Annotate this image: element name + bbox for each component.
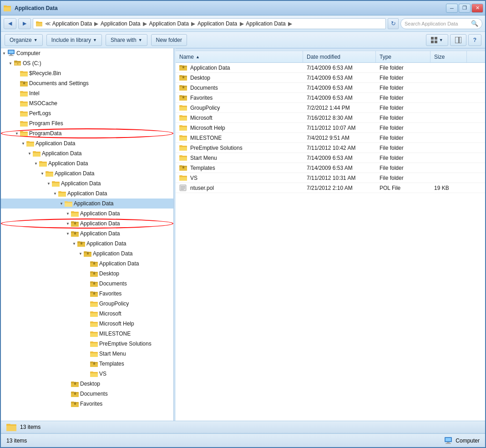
forward-button[interactable]: ▶ (18, 18, 31, 29)
tree-expand-icon[interactable] (84, 331, 90, 337)
tree-item[interactable]: ▼ Application Data (1, 188, 173, 199)
tree-expand-icon[interactable]: ▼ (20, 140, 26, 147)
tree-item[interactable]: Desktop (1, 269, 173, 279)
file-row[interactable]: Desktop7/14/2009 6:53 AMFile folder (176, 73, 485, 83)
tree-expand-icon[interactable] (84, 371, 90, 377)
tree-expand-icon[interactable] (84, 270, 90, 277)
tree-item[interactable]: MSOCache (1, 98, 173, 108)
tree-expand-icon[interactable]: ▼ (7, 60, 14, 66)
close-button[interactable]: ✕ (471, 4, 483, 13)
tree-expand-icon[interactable] (14, 110, 20, 117)
tree-item[interactable]: Microsoft (1, 309, 173, 319)
tree-expand-icon[interactable]: ▼ (52, 190, 58, 197)
tree-item[interactable]: VS (1, 369, 173, 379)
tree-item[interactable]: PreEmptive Solutions (1, 339, 173, 349)
col-header-size[interactable]: Size (430, 51, 467, 62)
tree-item[interactable]: Program Files (1, 118, 173, 128)
tree-expand-icon[interactable] (84, 280, 90, 287)
share-with-button[interactable]: Share with ▼ (106, 34, 147, 46)
tree-expand-icon[interactable] (84, 300, 90, 307)
tree-expand-icon[interactable]: ▼ (65, 220, 71, 227)
refresh-button[interactable]: ↻ (388, 18, 399, 29)
tree-expand-icon[interactable] (14, 100, 20, 107)
tree-item[interactable]: ▼ Application Data (1, 178, 173, 188)
include-in-library-button[interactable]: Include in library ▼ (46, 34, 102, 46)
tree-item[interactable]: ▼ Application Data (1, 209, 173, 219)
view-toggle-button[interactable]: ▼ (426, 34, 448, 46)
file-row[interactable]: Favorites7/14/2009 6:53 AMFile folder (176, 93, 485, 103)
tree-item[interactable]: ▼ Application Data (1, 239, 173, 249)
tree-item[interactable]: Documents and Settings (1, 78, 173, 88)
tree-expand-icon[interactable]: ▼ (58, 200, 65, 207)
tree-expand-icon[interactable] (65, 381, 71, 387)
tree-item[interactable]: Documents (1, 279, 173, 289)
help-button[interactable]: ? (468, 34, 481, 46)
tree-item[interactable]: $Recycle.Bin (1, 68, 173, 78)
tree-item[interactable]: Templates (1, 359, 173, 369)
file-row[interactable]: Templates7/14/2009 6:53 AMFile folder (176, 163, 485, 173)
tree-expand-icon[interactable]: ▼ (46, 180, 52, 187)
tree-item[interactable]: GroupPolicy (1, 299, 173, 309)
col-header-type[interactable]: Type (376, 51, 430, 62)
tree-item[interactable]: ▼ Application Data (1, 168, 173, 178)
file-row[interactable]: VS7/11/2012 10:31 AMFile folder (176, 173, 485, 183)
file-row[interactable]: ntuser.pol7/21/2012 2:10 AMPOL File19 KB (176, 183, 485, 193)
tree-expand-icon[interactable] (65, 391, 71, 397)
tree-item[interactable]: ▼ Application Data (1, 229, 173, 239)
tree-item[interactable]: ▼ ProgramData (1, 128, 173, 138)
tree-item[interactable]: Start Menu (1, 349, 173, 359)
tree-expand-icon[interactable] (84, 351, 90, 357)
file-row[interactable]: Microsoft Help7/11/2012 10:07 AMFile fol… (176, 123, 485, 133)
file-row[interactable]: Application Data7/14/2009 6:53 AMFile fo… (176, 63, 485, 73)
tree-expand-icon[interactable]: ▼ (77, 250, 84, 257)
tree-expand-icon[interactable] (84, 361, 90, 367)
file-row[interactable]: PreEmptive Solutions7/11/2012 10:42 AMFi… (176, 143, 485, 153)
tree-expand-icon[interactable]: ▼ (65, 210, 71, 217)
organize-button[interactable]: Organize ▼ (5, 34, 43, 46)
tree-expand-icon[interactable]: ▼ (26, 150, 33, 157)
tree-item[interactable]: Application Data (1, 259, 173, 269)
search-box[interactable]: Search Application Data 🔍 (400, 18, 482, 29)
restore-button[interactable]: ❐ (459, 4, 471, 13)
tree-item[interactable]: ▼ Application Data (1, 158, 173, 168)
tree-expand-icon[interactable] (84, 321, 90, 327)
tree-item[interactable]: ▼ OS (C:) (1, 58, 173, 68)
col-header-name[interactable]: Name ▲ (176, 51, 303, 62)
tree-item[interactable]: ▼ Application Data (1, 219, 173, 229)
tree-item[interactable]: ▼ Application Data (1, 148, 173, 158)
tree-expand-icon[interactable] (84, 341, 90, 347)
tree-item[interactable]: Microsoft Help (1, 319, 173, 329)
tree-item[interactable]: Favorites (1, 289, 173, 299)
tree-expand-icon[interactable] (84, 311, 90, 317)
file-row[interactable]: GroupPolicy7/2/2012 1:44 PMFile folder (176, 103, 485, 113)
tree-expand-icon[interactable]: ▼ (1, 50, 7, 56)
tree-item[interactable]: ▼ Application Data (1, 138, 173, 148)
address-path[interactable]: ≪ Application Data ▶ Application Data ▶ … (33, 18, 386, 29)
tree-expand-icon[interactable]: ▼ (71, 240, 77, 247)
tree-expand-icon[interactable] (14, 90, 20, 97)
tree-item[interactable]: ▼ Application Data (1, 249, 173, 259)
tree-expand-icon[interactable]: ▼ (33, 160, 39, 167)
tree-item[interactable]: Documents (1, 389, 173, 399)
tree-expand-icon[interactable] (84, 290, 90, 297)
back-button[interactable]: ◀ (4, 18, 16, 29)
tree-expand-icon[interactable]: ▼ (65, 230, 71, 237)
file-row[interactable]: Documents7/14/2009 6:53 AMFile folder (176, 83, 485, 93)
col-header-date[interactable]: Date modified (303, 51, 376, 62)
tree-item[interactable]: Desktop (1, 379, 173, 389)
new-folder-button[interactable]: New folder (151, 34, 187, 46)
tree-expand-icon[interactable]: ▼ (39, 170, 46, 177)
tree-expand-icon[interactable] (65, 401, 71, 407)
tree-expand-icon[interactable] (84, 260, 90, 267)
tree-expand-icon[interactable] (14, 70, 20, 76)
file-row[interactable]: MILESTONE7/4/2012 9:51 AMFile folder (176, 133, 485, 143)
tree-expand-icon[interactable]: ▼ (14, 130, 20, 137)
tree-expand-icon[interactable] (14, 120, 20, 127)
tree-item[interactable]: PerfLogs (1, 108, 173, 118)
tree-item[interactable]: Favorites (1, 399, 173, 409)
tree-expand-icon[interactable] (14, 80, 20, 87)
minimize-button[interactable]: ─ (446, 4, 458, 13)
tree-item[interactable]: Intel (1, 88, 173, 98)
preview-pane-button[interactable] (450, 34, 466, 46)
tree-item[interactable]: MILESTONE (1, 329, 173, 339)
